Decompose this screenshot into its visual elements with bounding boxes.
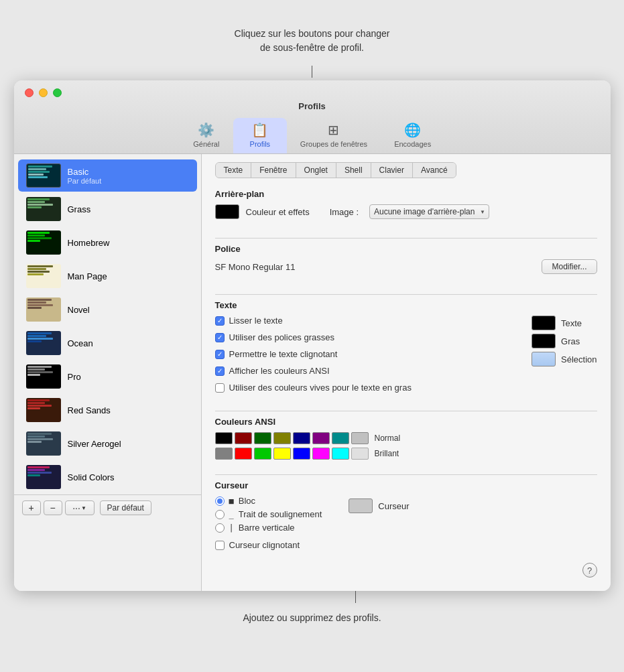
texte-color-swatch[interactable]: [532, 316, 556, 330]
profile-item-redsands[interactable]: Red Sands: [18, 394, 197, 426]
profile-name-pro: Pro: [68, 372, 81, 382]
window-body: Basic Par défaut Grass: [14, 154, 611, 591]
ansi-normal-1[interactable]: [235, 432, 252, 444]
tab-avance[interactable]: Avancé: [413, 163, 456, 178]
profile-item-novel[interactable]: Novel: [18, 293, 197, 326]
tab-fenetre[interactable]: Fenêtre: [251, 163, 296, 178]
cursor-blink-label: Curseur clignotant: [229, 540, 300, 550]
add-profile-button[interactable]: +: [22, 500, 41, 515]
profile-name-novel: Novel: [68, 305, 90, 315]
profile-thumb-ocean: [26, 331, 61, 355]
cb-lisser-label: Lisser le texte: [229, 316, 283, 326]
ansi-normal-2[interactable]: [254, 432, 271, 444]
selection-color-label: Sélection: [561, 354, 597, 364]
tab-groupes-label: Groupes de fenêtres: [300, 140, 367, 148]
ansi-brillant-4[interactable]: [293, 448, 310, 460]
profile-thumb-manpage: [26, 264, 61, 288]
profile-thumb-novel: [26, 297, 61, 322]
cb-polices-grasses-label: Utiliser des polices grasses: [229, 332, 335, 342]
cursor-blink-checkbox[interactable]: [215, 541, 225, 550]
cb-clignotant[interactable]: [215, 350, 225, 359]
cb-ansi[interactable]: [215, 366, 225, 376]
tab-onglet[interactable]: Onglet: [296, 163, 336, 178]
minimize-button[interactable]: [39, 88, 48, 97]
callout-line2: de sous-fenêtre de profil.: [260, 42, 364, 53]
modifier-button[interactable]: Modifier...: [542, 259, 597, 274]
tab-shell[interactable]: Shell: [336, 163, 371, 178]
background-title: Arrière-plan: [215, 189, 597, 199]
curseur-preview-row: Curseur: [349, 498, 409, 513]
ansi-normal-row: Normal: [215, 432, 597, 444]
sidebar-bottom: + − ··· ▼ Par défaut: [14, 494, 201, 521]
cursor-bloc-row: ■ Bloc: [215, 496, 322, 506]
profile-item-basic[interactable]: Basic Par défaut: [18, 159, 197, 192]
cursor-blink-row: Curseur clignotant: [215, 540, 322, 550]
profile-thumb-redsands: [26, 398, 61, 422]
ansi-brillant-6[interactable]: [332, 448, 349, 460]
ansi-brillant-1[interactable]: [235, 448, 252, 460]
cursor-soulignement-row: _ Trait de soulignement: [215, 509, 322, 519]
set-default-button[interactable]: Par défaut: [100, 500, 151, 515]
cb-vives[interactable]: [215, 383, 225, 393]
gras-color-swatch[interactable]: [532, 334, 556, 348]
cb-clignotant-label: Permettre le texte clignotant: [229, 349, 338, 359]
main-content: Texte Fenêtre Onglet Shell Clavier Avanc…: [202, 154, 611, 591]
more-options-button[interactable]: ··· ▼: [65, 500, 95, 515]
ansi-brillant-2[interactable]: [254, 448, 271, 460]
cursor-bloc-symbol: ■: [229, 496, 234, 506]
image-label: Image :: [330, 207, 359, 217]
profile-item-ocean[interactable]: Ocean: [18, 327, 197, 359]
profile-name-silveraerogel: Silver Aerogel: [68, 439, 121, 449]
profile-item-grass[interactable]: Grass: [18, 193, 197, 225]
callout-line1: Cliquez sur les boutons pour changer: [235, 28, 390, 39]
tab-profils[interactable]: 📋 Profils: [233, 118, 287, 153]
profile-item-silveraerogel[interactable]: Silver Aerogel: [18, 427, 197, 460]
window-title: Profils: [298, 101, 325, 111]
profile-item-solidcolors[interactable]: Solid Colors: [18, 461, 197, 493]
cursor-soulignement-radio[interactable]: [215, 510, 225, 519]
ansi-brillant-0[interactable]: [215, 448, 233, 460]
ansi-normal-3[interactable]: [273, 432, 291, 444]
ansi-brillant-5[interactable]: [312, 448, 330, 460]
zoom-button[interactable]: [53, 88, 62, 97]
gear-icon: ⚙️: [198, 122, 214, 138]
tab-texte[interactable]: Texte: [216, 163, 252, 178]
tab-groupes[interactable]: ⊞ Groupes de fenêtres: [287, 118, 381, 153]
ansi-normal-7[interactable]: [351, 432, 369, 444]
remove-profile-button[interactable]: −: [44, 500, 62, 515]
profile-item-homebrew[interactable]: Homebrew: [18, 226, 197, 259]
profile-item-manpage[interactable]: Man Page: [18, 260, 197, 292]
profile-name-ocean: Ocean: [68, 338, 93, 348]
tab-clavier[interactable]: Clavier: [371, 163, 413, 178]
ansi-brillant-7[interactable]: [351, 448, 369, 460]
image-dropdown[interactable]: Aucune image d'arrière-plan: [369, 204, 489, 219]
cb-polices-grasses[interactable]: [215, 333, 225, 342]
encodages-icon: 🌐: [404, 122, 421, 138]
cursor-barre-radio[interactable]: [215, 523, 225, 533]
ansi-normal-4[interactable]: [293, 432, 310, 444]
cursor-color-swatch[interactable]: [349, 498, 373, 513]
cb-lisser[interactable]: [215, 316, 225, 326]
selection-color-row: Sélection: [532, 352, 597, 366]
cursor-bloc-radio[interactable]: [215, 496, 225, 506]
profile-item-pro[interactable]: Pro: [18, 360, 197, 393]
cb-row-1: Utiliser des polices grasses: [215, 332, 412, 342]
couleur-effets-label: Couleur et effets: [246, 207, 310, 217]
callout-top: Cliquez sur les boutons pour changer de …: [235, 27, 390, 55]
curseur-title: Curseur: [215, 480, 597, 490]
profils-icon: 📋: [251, 122, 268, 138]
ansi-normal-5[interactable]: [312, 432, 330, 444]
background-color-swatch[interactable]: [215, 204, 239, 219]
cursor-soulignement-label: Trait de soulignement: [239, 509, 322, 519]
texte-color-label: Texte: [561, 318, 582, 328]
help-button[interactable]: ?: [582, 563, 597, 578]
cursor-barre-label: Barre verticale: [239, 523, 295, 533]
ansi-brillant-3[interactable]: [273, 448, 291, 460]
selection-color-swatch[interactable]: [532, 352, 556, 366]
ansi-normal-0[interactable]: [215, 432, 233, 444]
tab-encodages[interactable]: 🌐 Encodages: [381, 118, 444, 153]
image-dropdown-wrapper: Aucune image d'arrière-plan: [369, 204, 489, 219]
close-button[interactable]: [25, 88, 34, 97]
tab-general[interactable]: ⚙️ Général: [180, 118, 233, 153]
ansi-normal-6[interactable]: [332, 432, 349, 444]
